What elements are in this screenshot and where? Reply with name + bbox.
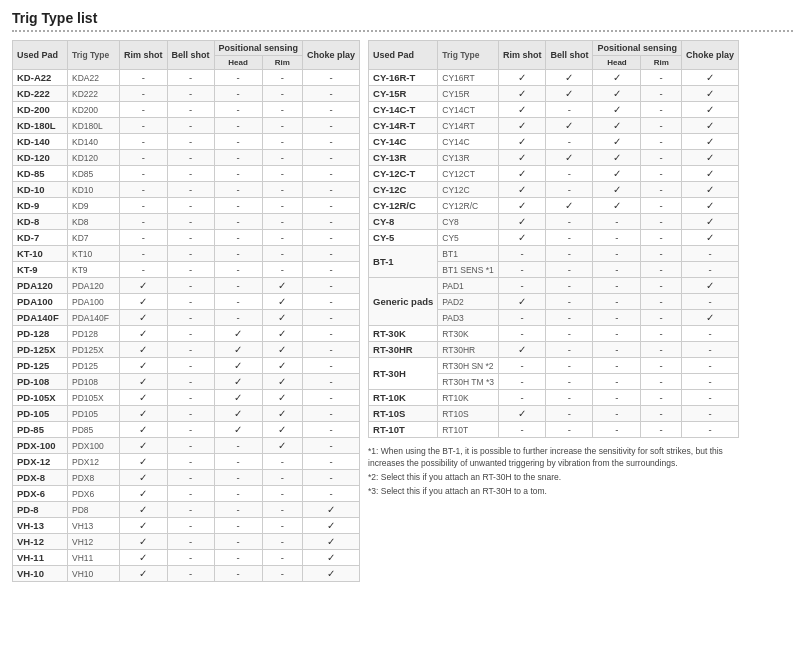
cell-bellshot: - — [167, 534, 214, 550]
table-row: KD-7KD7----- — [13, 230, 360, 246]
cell-trigtype: PDX12 — [68, 454, 120, 470]
table-row: Generic padsPAD1----✓ — [369, 278, 739, 294]
cell-choke: ✓ — [681, 230, 738, 246]
cell-trigtype: CY8 — [438, 214, 499, 230]
cell-rimshot: ✓ — [120, 358, 168, 374]
cell-pos-rim: ✓ — [262, 406, 303, 422]
cell-pos-rim: - — [262, 134, 303, 150]
cell-rimshot: ✓ — [498, 118, 546, 134]
cell-pos-rim: - — [262, 102, 303, 118]
table-row: PD-85PD85✓-✓✓- — [13, 422, 360, 438]
cell-usedpad: CY-12R/C — [369, 198, 438, 214]
cell-usedpad: KD-120 — [13, 150, 68, 166]
cell-choke: - — [303, 246, 360, 262]
table-row: CY-13RCY13R✓✓✓-✓ — [369, 150, 739, 166]
cell-usedpad: KD-85 — [13, 166, 68, 182]
cell-trigtype: KD200 — [68, 102, 120, 118]
cell-usedpad: PDX-8 — [13, 470, 68, 486]
cell-pos-head: ✓ — [593, 198, 641, 214]
cell-pos-head: - — [593, 262, 641, 278]
cell-usedpad: BT-1 — [369, 246, 438, 278]
cell-pos-rim: ✓ — [262, 438, 303, 454]
cell-bellshot: ✓ — [546, 70, 593, 86]
cell-pos-head: - — [214, 166, 262, 182]
cell-pos-head: - — [214, 518, 262, 534]
cell-rimshot: ✓ — [498, 342, 546, 358]
cell-bellshot: - — [546, 134, 593, 150]
cell-usedpad: PDX-12 — [13, 454, 68, 470]
cell-choke: ✓ — [303, 550, 360, 566]
cell-pos-rim: - — [262, 214, 303, 230]
table-row: CY-14CCY14C✓-✓-✓ — [369, 134, 739, 150]
right-table: Used Pad Trig Type Rim shot Bell shot Po… — [368, 40, 739, 438]
cell-bellshot: - — [167, 438, 214, 454]
cell-usedpad: CY-12C — [369, 182, 438, 198]
cell-choke: ✓ — [681, 102, 738, 118]
cell-trigtype: PDX6 — [68, 486, 120, 502]
cell-pos-head: ✓ — [593, 118, 641, 134]
cell-bellshot: - — [167, 198, 214, 214]
cell-rimshot: ✓ — [120, 278, 168, 294]
cell-pos-rim: - — [641, 118, 682, 134]
cell-bellshot: - — [167, 262, 214, 278]
cell-pos-rim: - — [262, 246, 303, 262]
cell-pos-head: ✓ — [593, 166, 641, 182]
cell-trigtype: PDX8 — [68, 470, 120, 486]
cell-rimshot: ✓ — [120, 310, 168, 326]
table-row: CY-14R-TCY14RT✓✓✓-✓ — [369, 118, 739, 134]
cell-pos-rim: - — [641, 262, 682, 278]
cell-trigtype: CY16RT — [438, 70, 499, 86]
cell-trigtype: PD128 — [68, 326, 120, 342]
cell-usedpad: PDX-100 — [13, 438, 68, 454]
cell-pos-head: - — [214, 198, 262, 214]
table-row: PDX-12PDX12✓---- — [13, 454, 360, 470]
cell-pos-rim: - — [641, 102, 682, 118]
cell-usedpad: KT-10 — [13, 246, 68, 262]
cell-bellshot: - — [167, 406, 214, 422]
cell-pos-rim: ✓ — [262, 326, 303, 342]
cell-pos-head: - — [214, 102, 262, 118]
cell-choke: - — [303, 198, 360, 214]
cell-bellshot: - — [546, 262, 593, 278]
cell-rimshot: ✓ — [120, 550, 168, 566]
cell-trigtype: CY14C — [438, 134, 499, 150]
cell-pos-rim: - — [641, 326, 682, 342]
cell-trigtype: CY12C — [438, 182, 499, 198]
cell-trigtype: KDA22 — [68, 70, 120, 86]
table-row: RT-30HRT30H SN *2----- — [369, 358, 739, 374]
cell-rimshot: ✓ — [120, 390, 168, 406]
cell-choke: - — [303, 150, 360, 166]
cell-pos-head: - — [214, 86, 262, 102]
cell-usedpad: CY-14R-T — [369, 118, 438, 134]
cell-choke: ✓ — [681, 166, 738, 182]
cell-choke: ✓ — [681, 214, 738, 230]
table-row: KD-85KD85----- — [13, 166, 360, 182]
cell-bellshot: - — [167, 390, 214, 406]
table-row: VH-13VH13✓---✓ — [13, 518, 360, 534]
cell-choke: - — [303, 470, 360, 486]
cell-pos-rim: - — [641, 198, 682, 214]
table-row: VH-10VH10✓---✓ — [13, 566, 360, 582]
header-rimshot: Rim shot — [120, 41, 168, 70]
cell-pos-rim: - — [262, 118, 303, 134]
cell-choke: - — [681, 342, 738, 358]
cell-trigtype: PAD3 — [438, 310, 499, 326]
cell-pos-head: - — [593, 310, 641, 326]
header-trigtype-r: Trig Type — [438, 41, 499, 70]
cell-pos-head: - — [593, 230, 641, 246]
cell-pos-head: - — [593, 326, 641, 342]
cell-trigtype: RT10K — [438, 390, 499, 406]
cell-rimshot: ✓ — [498, 406, 546, 422]
cell-choke: - — [303, 438, 360, 454]
cell-usedpad: KT-9 — [13, 262, 68, 278]
cell-pos-rim: - — [641, 230, 682, 246]
cell-usedpad: KD-10 — [13, 182, 68, 198]
cell-choke: - — [303, 454, 360, 470]
cell-rimshot: - — [120, 230, 168, 246]
table-row: RT-10TRT10T----- — [369, 422, 739, 438]
cell-trigtype: CY14RT — [438, 118, 499, 134]
cell-trigtype: PD108 — [68, 374, 120, 390]
cell-pos-head: ✓ — [593, 102, 641, 118]
cell-trigtype: KT9 — [68, 262, 120, 278]
cell-trigtype: PDX100 — [68, 438, 120, 454]
